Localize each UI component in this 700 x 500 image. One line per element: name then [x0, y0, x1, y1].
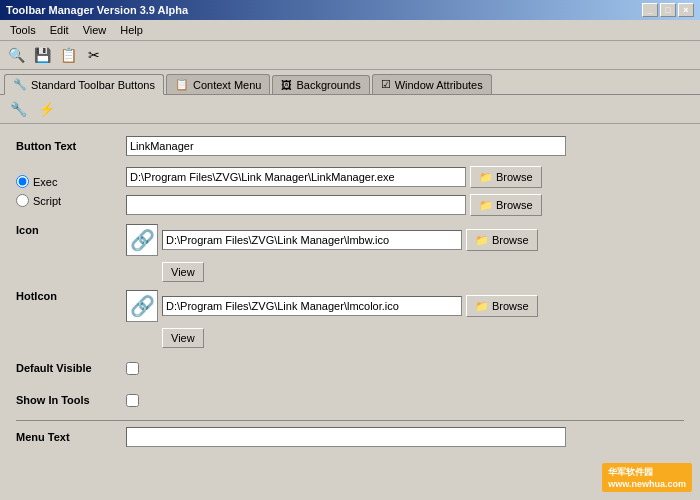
show-in-tools-label: Show In Tools	[16, 394, 126, 406]
icon-view-row: View	[126, 259, 538, 282]
menu-text-input[interactable]	[126, 427, 566, 447]
hoticon-path-input[interactable]	[162, 296, 462, 316]
tab-window[interactable]: ☑ Window Attributes	[372, 74, 492, 94]
menu-text-row: Menu Text	[16, 425, 684, 449]
watermark: 华军软件园 www.newhua.com	[602, 463, 692, 492]
exec-script-inputs: 📁 Browse 📁 Browse	[126, 166, 542, 216]
hoticon-preview: 🔗	[126, 290, 158, 322]
icon-browse-button[interactable]: 📁 Browse	[466, 229, 538, 251]
toolbar-btn-3[interactable]: 📋	[56, 44, 80, 66]
tab-context-icon: 📋	[175, 78, 189, 91]
exec-radio-row: Exec	[16, 175, 126, 188]
icon-image: 🔗	[130, 228, 155, 252]
script-browse-button[interactable]: 📁 Browse	[470, 194, 542, 216]
exec-input[interactable]	[126, 167, 466, 187]
folder-icon-4: 📁	[475, 300, 489, 313]
icon-input-row: 🔗 📁 Browse	[126, 224, 538, 256]
maximize-button[interactable]: □	[660, 3, 676, 17]
tab-standard-icon: 🔧	[13, 78, 27, 91]
menu-bar: Tools Edit View Help	[0, 20, 700, 41]
folder-icon-3: 📁	[475, 234, 489, 247]
sub-toolbar: 🔧 ⚡	[0, 95, 700, 124]
button-text-label: Button Text	[16, 140, 126, 152]
tab-standard-label: Standard Toolbar Buttons	[31, 79, 155, 91]
hoticon-label: HotIcon	[16, 290, 126, 302]
folder-icon-2: 📁	[479, 199, 493, 212]
icon-row: Icon 🔗 📁 Browse View	[16, 224, 684, 282]
icon-view-button[interactable]: View	[162, 262, 204, 282]
sub-toolbar-btn-2[interactable]: ⚡	[34, 98, 58, 120]
button-text-row: Button Text	[16, 134, 684, 158]
tab-context[interactable]: 📋 Context Menu	[166, 74, 270, 94]
hoticon-browse-button[interactable]: 📁 Browse	[466, 295, 538, 317]
hoticon-view-button[interactable]: View	[162, 328, 204, 348]
menu-view[interactable]: View	[77, 22, 113, 38]
icon-section: 🔗 📁 Browse View	[126, 224, 538, 282]
button-text-input[interactable]	[126, 136, 566, 156]
sub-toolbar-btn-1[interactable]: 🔧	[6, 98, 30, 120]
hoticon-row: HotIcon 🔗 📁 Browse View	[16, 290, 684, 348]
script-label: Script	[33, 195, 61, 207]
divider	[16, 420, 684, 421]
main-content: Button Text Exec Script 📁 Browse	[0, 124, 700, 467]
close-button[interactable]: ×	[678, 3, 694, 17]
icon-label: Icon	[16, 224, 126, 236]
exec-browse-button[interactable]: 📁 Browse	[470, 166, 542, 188]
watermark-line1: 华军软件园	[608, 466, 686, 479]
toolbar-btn-1[interactable]: 🔍	[4, 44, 28, 66]
script-input-row: 📁 Browse	[126, 194, 542, 216]
default-visible-checkbox[interactable]	[126, 362, 139, 375]
hoticon-image: 🔗	[130, 294, 155, 318]
hoticon-section: 🔗 📁 Browse View	[126, 290, 538, 348]
menu-help[interactable]: Help	[114, 22, 149, 38]
watermark-line2: www.newhua.com	[608, 479, 686, 489]
menu-text-label: Menu Text	[16, 431, 126, 443]
window-controls: _ □ ×	[642, 3, 694, 17]
title-bar: Toolbar Manager Version 3.9 Alpha _ □ ×	[0, 0, 700, 20]
hoticon-view-row: View	[126, 325, 538, 348]
menu-edit[interactable]: Edit	[44, 22, 75, 38]
tab-strip: 🔧 Standard Toolbar Buttons 📋 Context Men…	[0, 70, 700, 95]
toolbar-btn-2[interactable]: 💾	[30, 44, 54, 66]
show-in-tools-row: Show In Tools	[16, 388, 684, 412]
script-input[interactable]	[126, 195, 466, 215]
hoticon-input-row: 🔗 📁 Browse	[126, 290, 538, 322]
default-visible-row: Default Visible	[16, 356, 684, 380]
default-visible-label: Default Visible	[16, 362, 126, 374]
exec-row: Exec Script 📁 Browse 📁 Browse	[16, 166, 684, 216]
tab-standard[interactable]: 🔧 Standard Toolbar Buttons	[4, 74, 164, 95]
main-toolbar: 🔍 💾 📋 ✂	[0, 41, 700, 70]
tab-backgrounds[interactable]: 🖼 Backgrounds	[272, 75, 369, 94]
script-radio-row: Script	[16, 194, 126, 207]
exec-script-labels: Exec Script	[16, 175, 126, 207]
tab-window-label: Window Attributes	[395, 79, 483, 91]
tab-backgrounds-label: Backgrounds	[296, 79, 360, 91]
toolbar-btn-4[interactable]: ✂	[82, 44, 106, 66]
exec-input-row: 📁 Browse	[126, 166, 542, 188]
tab-context-label: Context Menu	[193, 79, 261, 91]
icon-preview: 🔗	[126, 224, 158, 256]
script-radio[interactable]	[16, 194, 29, 207]
exec-label: Exec	[33, 176, 57, 188]
show-in-tools-checkbox[interactable]	[126, 394, 139, 407]
icon-path-input[interactable]	[162, 230, 462, 250]
minimize-button[interactable]: _	[642, 3, 658, 17]
folder-icon: 📁	[479, 171, 493, 184]
menu-tools[interactable]: Tools	[4, 22, 42, 38]
window-title: Toolbar Manager Version 3.9 Alpha	[6, 4, 188, 16]
tab-backgrounds-icon: 🖼	[281, 79, 292, 91]
exec-radio[interactable]	[16, 175, 29, 188]
tab-window-icon: ☑	[381, 78, 391, 91]
